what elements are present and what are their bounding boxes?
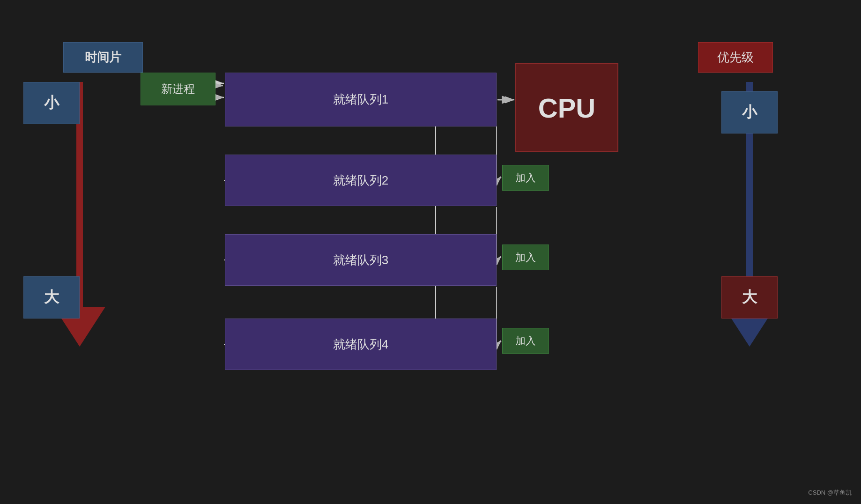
join2-box: 加入	[502, 245, 549, 270]
small-right-label: 小	[721, 91, 778, 133]
large-left-label: 大	[23, 276, 80, 319]
queue4-box: 就绪队列4	[225, 319, 497, 370]
large-right-label: 大	[721, 276, 778, 319]
new-process-box: 新进程	[141, 73, 215, 105]
cpu-box: CPU	[515, 63, 618, 152]
join1-box: 加入	[502, 165, 549, 191]
diagram-container: 时间片 小 大 新进程 就绪队列1 就绪队列2 就绪队列3 就绪队列4 CPU …	[0, 0, 861, 504]
watermark: CSDN @草鱼凯	[808, 489, 852, 497]
svg-line-27	[497, 341, 501, 344]
svg-line-26	[497, 256, 501, 260]
svg-line-25	[497, 177, 501, 180]
queue2-box: 就绪队列2	[225, 155, 497, 206]
time-slice-label: 时间片	[63, 42, 143, 73]
join3-box: 加入	[502, 328, 549, 354]
queue1-box: 就绪队列1	[225, 73, 497, 126]
svg-line-17	[497, 257, 501, 260]
queue3-box: 就绪队列3	[225, 234, 497, 286]
svg-line-18	[497, 341, 501, 344]
small-left-label: 小	[23, 82, 80, 124]
priority-label: 优先级	[698, 42, 773, 73]
svg-line-16	[497, 177, 501, 180]
